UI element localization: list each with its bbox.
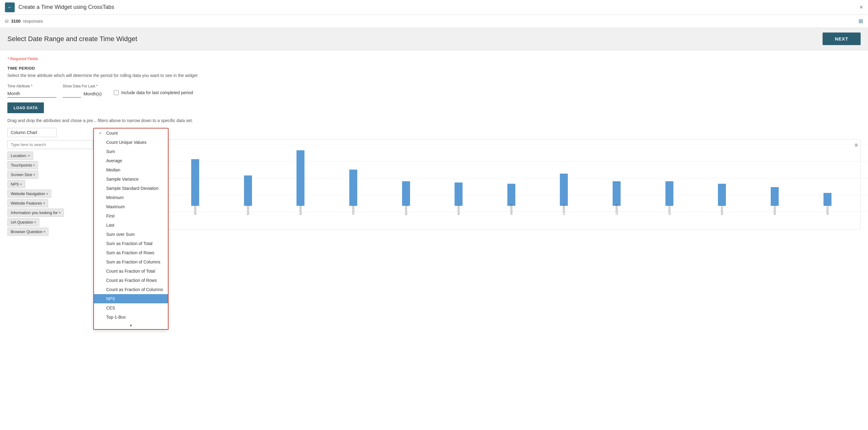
bar-group: 4(2020) [170, 144, 221, 215]
dropdown-item-last[interactable]: Last [94, 221, 168, 230]
chevron-down-icon: ▾ [59, 211, 60, 214]
back-icon: ← [7, 5, 12, 10]
chevron-down-icon: ▾ [33, 163, 35, 167]
dropdown-label-sample-std-dev: Sample Standard Deviation [106, 186, 158, 191]
bar-group: 10(2020) [486, 144, 537, 215]
attribute-list: Location- ▾ Touchpoints ▾ Screen Size ▾ … [7, 152, 93, 236]
dropdown-item-first[interactable]: First [94, 211, 168, 221]
dropdown-overlay: ✓ Count Count Unique Values Sum Average [93, 128, 168, 330]
dropdown-item-count[interactable]: ✓ Count [94, 129, 168, 138]
dropdown-item-minimum[interactable]: Minimum [94, 193, 168, 202]
attribute-item-ua-question[interactable]: UA Question ▾ [7, 218, 39, 226]
chart-bar[interactable] [402, 181, 410, 206]
dropdown-label-minimum: Minimum [106, 195, 124, 200]
left-panel: Location- ▾ Touchpoints ▾ Screen Size ▾ … [7, 128, 93, 236]
attribute-item-website-features[interactable]: Website Features ▾ [7, 199, 48, 207]
bar-group: 1(2021) [644, 144, 695, 215]
dropdown-item-count-fraction-cols[interactable]: Count as Fraction of Columns [94, 285, 168, 294]
next-button[interactable]: NEXT [823, 33, 861, 45]
attribute-item-information[interactable]: Information you looking for ▾ [7, 208, 64, 217]
dropdown-menu: ✓ Count Count Unique Values Sum Average [93, 128, 168, 330]
dropdown-item-top1box[interactable]: Top-1-Box [94, 312, 168, 322]
bar-x-label: 6(2020) [299, 206, 302, 215]
dropdown-scroll-down[interactable]: ▾ [94, 322, 168, 329]
dropdown-item-count-unique[interactable]: Count Unique Values [94, 138, 168, 147]
bars-container: 3(2020)4(2020)5(2020)6(2020)7(2020)8(202… [117, 144, 853, 215]
dropdown-item-sum-fraction-total[interactable]: Sum as Fraction of Total [94, 239, 168, 248]
attribute-label-screen-size: Screen Size [11, 172, 32, 177]
checkmark-icon: ✓ [99, 131, 104, 135]
dropdown-item-average[interactable]: Average [94, 156, 168, 165]
chart-bar[interactable] [191, 159, 199, 206]
content-area: * Required Fields TIME PERIOD Select the… [0, 50, 868, 430]
attribute-item-browser-question[interactable]: Browser Question ▾ [7, 228, 49, 236]
chart-type-input[interactable] [7, 128, 57, 137]
bar-x-label: 10(2020) [510, 206, 513, 215]
dropdown-label-average: Average [106, 158, 122, 163]
include-data-checkbox[interactable] [114, 90, 119, 95]
chart-bar[interactable] [507, 184, 515, 206]
bar-x-label: 11(2020) [562, 206, 565, 215]
dropdown-label-count-fraction-total: Count as Fraction of Total [106, 269, 155, 273]
chart-bar[interactable] [613, 181, 621, 206]
dropdown-item-count-fraction-rows[interactable]: Count as Fraction of Rows [94, 276, 168, 285]
chart-bar[interactable] [718, 184, 726, 206]
bar-x-label: 1(2021) [668, 206, 671, 215]
dropdown-item-maximum[interactable]: Maximum [94, 202, 168, 211]
dropdown-item-ces[interactable]: CES [94, 303, 168, 312]
dropdown-item-median[interactable]: Median [94, 165, 168, 174]
bar-group: 7(2020) [328, 144, 379, 215]
dropdown-item-sum-fraction-cols[interactable]: Sum as Fraction of Columns [94, 257, 168, 267]
window-title: Create a Time Widget using CrossTabs [19, 4, 856, 10]
attribute-item-touchpoints[interactable]: Touchpoints ▾ [7, 161, 38, 169]
dropdown-item-count-fraction-total[interactable]: Count as Fraction of Total [94, 267, 168, 276]
response-count: 3100 [11, 19, 21, 24]
show-data-label: Show Data For Last * [63, 84, 102, 88]
dropdown-label-nps: NPS [106, 296, 115, 301]
dropdown-item-sum[interactable]: Sum [94, 147, 168, 156]
close-button[interactable]: × [859, 4, 863, 11]
attribute-item-nps[interactable]: NPS ▾ [7, 180, 25, 188]
chart-bar[interactable] [665, 181, 673, 206]
page-header: Select Date Range and create Time Widget… [0, 28, 868, 50]
dropdown-label-count-fraction-rows: Count as Fraction of Rows [106, 278, 157, 283]
dropdown-item-nps[interactable]: NPS [94, 294, 168, 303]
dropdown-label-median: Median [106, 167, 120, 172]
dropdown-item-sum-fraction-rows[interactable]: Sum as Fraction of Rows [94, 248, 168, 257]
attribute-item-screen-size[interactable]: Screen Size ▾ [7, 170, 38, 179]
load-data-button[interactable]: LOAD DATA [7, 102, 44, 113]
chart-bar[interactable] [824, 193, 832, 206]
dropdown-item-sample-std-dev[interactable]: Sample Standard Deviation [94, 184, 168, 193]
bar-group: 4(2021) [802, 144, 853, 215]
chart-bar[interactable] [455, 183, 463, 206]
attribute-label-information: Information you looking for [11, 210, 58, 215]
chart-bar[interactable] [560, 174, 568, 206]
back-button[interactable]: ← [5, 2, 15, 12]
show-data-input[interactable] [63, 90, 81, 98]
dropdown-label-sum-fraction-cols: Sum as Fraction of Columns [106, 260, 160, 264]
dropdown-label-sum-over-sum: Sum over Sum [106, 232, 135, 237]
chevron-down-icon: ▾ [43, 230, 45, 233]
attribute-label-website-features: Website Features [11, 201, 42, 205]
chart-bar[interactable] [244, 175, 252, 206]
dropdown-item-sample-variance[interactable]: Sample Variance [94, 174, 168, 184]
time-attribute-input[interactable] [7, 90, 57, 98]
attribute-label-location: Location- [11, 153, 27, 158]
chart-bar[interactable] [297, 150, 305, 206]
required-label: * Required Fields [7, 57, 861, 61]
chevron-down-icon: ▾ [28, 154, 30, 157]
search-input[interactable] [7, 140, 93, 149]
chart-bar[interactable] [349, 170, 357, 206]
dropdown-item-sum-over-sum[interactable]: Sum over Sum [94, 230, 168, 239]
dropdown-label-sum-fraction-rows: Sum as Fraction of Rows [106, 250, 154, 255]
responses-label: responses [23, 19, 43, 24]
bar-group: 9(2020) [433, 144, 484, 215]
chevron-down-icon: ▾ [20, 183, 22, 186]
chart-bar[interactable] [771, 187, 779, 206]
attribute-item-website-navigation[interactable]: Website Navigation ▾ [7, 190, 51, 198]
dropdown-label-sum-fraction-total: Sum as Fraction of Total [106, 241, 153, 246]
bar-group: 12(2020) [591, 144, 642, 215]
attribute-item-location[interactable]: Location- ▾ [7, 152, 33, 160]
bar-group: 2(2021) [696, 144, 748, 215]
bar-x-label: 5(2020) [246, 206, 250, 215]
